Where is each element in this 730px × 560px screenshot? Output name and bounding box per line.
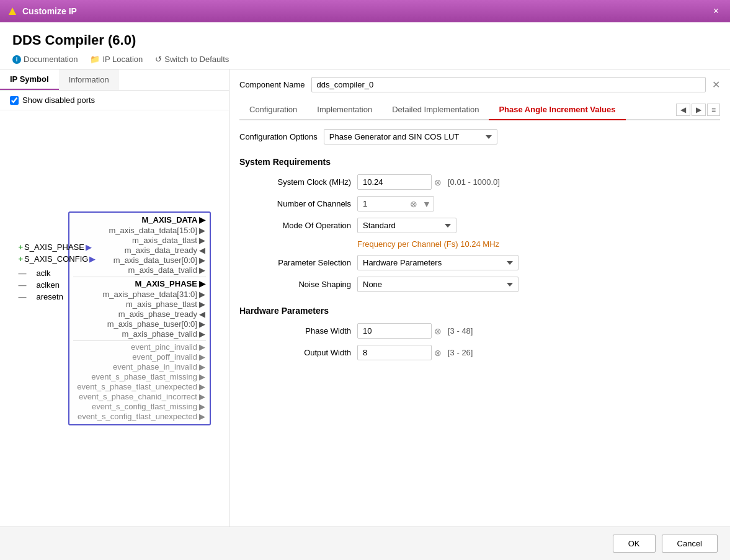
close-button[interactable]: × — [710, 4, 723, 18]
number-of-channels-row: Number of Channels 1 2 4 6 8 ⊗ ▼ — [239, 196, 720, 211]
number-of-channels-clear-button[interactable]: ⊗ — [407, 199, 420, 209]
component-name-input[interactable] — [311, 77, 706, 92]
info-icon: i — [12, 55, 21, 64]
tab-phase-angle[interactable]: Phase Angle Increment Values — [489, 100, 625, 120]
output-width-clear-button[interactable]: ⊗ — [434, 348, 442, 358]
arrow-s-axis-config: ▶ — [89, 254, 96, 264]
port-aclk: — aclk — [19, 269, 96, 278]
app-icon — [7, 6, 17, 16]
port-label-s-axis-config: S_AXIS_CONFIG — [24, 254, 88, 264]
port-aresetn: — aresetn — [19, 292, 96, 301]
system-clock-input[interactable] — [357, 174, 432, 190]
svg-marker-0 — [9, 7, 16, 15]
show-disabled-checkbox[interactable] — [10, 96, 19, 105]
component-name-clear-button[interactable]: ✕ — [712, 79, 720, 91]
ok-button[interactable]: OK — [613, 535, 656, 553]
port-event-s-config-tlast-unexpected: event_s_config_tlast_unexpected ▶ — [73, 412, 206, 421]
title-bar-title: Customize IP — [22, 6, 77, 16]
mode-of-operation-select[interactable]: Standard Rasterized Taylor Series Correc… — [357, 218, 456, 233]
config-options-label: Configuration Options — [239, 132, 318, 141]
output-width-label: Output Width — [239, 348, 351, 357]
arrow-s-axis-phase: ▶ — [86, 242, 92, 252]
documentation-label: Documentation — [24, 55, 78, 64]
show-disabled-row: Show disabled ports — [0, 91, 229, 110]
phase-width-clear-button[interactable]: ⊗ — [434, 326, 442, 336]
noise-shaping-label: Noise Shaping — [239, 280, 351, 289]
system-clock-row: System Clock (MHz) ⊗ [0.01 - 1000.0] — [239, 174, 720, 190]
port-event-s-phase-tlast-missing: event_s_phase_tlast_missing ▶ — [73, 372, 206, 381]
port-event-s-phase-chanid: event_s_phase_chanid_incorrect ▶ — [73, 392, 206, 401]
port-s-axis-config: + S_AXIS_CONFIG ▶ — [19, 254, 96, 264]
output-width-row: Output Width ⊗ [3 - 26] — [239, 345, 720, 360]
phase-width-input-wrap: ⊗ — [357, 323, 442, 339]
title-bar: Customize IP × — [0, 0, 730, 22]
output-width-input-wrap: ⊗ — [357, 345, 442, 360]
config-options-row: Configuration Options Phase Generator an… — [239, 129, 720, 144]
port-event-poff: event_poff_invalid ▶ — [73, 352, 206, 362]
phase-width-label: Phase Width — [239, 326, 351, 336]
freq-info: Frequency per Channel (Fs) 10.24 MHz — [357, 239, 720, 249]
port-s-axis-phase: + S_AXIS_PHASE ▶ — [19, 242, 96, 252]
app-header: DDS Compiler (6.0) i Documentation 📁 IP … — [0, 22, 730, 69]
dash-icon-aclk: — — [19, 269, 27, 278]
parameter-selection-label: Parameter Selection — [239, 258, 351, 267]
mode-of-operation-row: Mode Of Operation Standard Rasterized Ta… — [239, 218, 720, 233]
number-of-channels-wrap: 1 2 4 6 8 ⊗ ▼ — [357, 196, 434, 211]
tab-information[interactable]: Information — [59, 69, 119, 90]
number-of-channels-dropdown-button[interactable]: ▼ — [420, 199, 434, 209]
ip-location-label: IP Location — [102, 55, 143, 64]
tab-ip-symbol[interactable]: IP Symbol — [0, 69, 59, 90]
tab-detailed-implementation[interactable]: Detailed Implementation — [382, 100, 489, 119]
phase-width-row: Phase Width ⊗ [3 - 48] — [239, 323, 720, 339]
number-of-channels-label: Number of Channels — [239, 199, 351, 208]
left-panel: IP Symbol Information Show disabled port… — [0, 69, 229, 527]
switch-defaults-button[interactable]: ↺ Switch to Defaults — [155, 55, 229, 64]
parameter-selection-row: Parameter Selection Hardware Parameters … — [239, 255, 720, 270]
port-m-axis-phase-tready: m_axis_phase_tready ◀ — [73, 309, 206, 319]
documentation-button[interactable]: i Documentation — [12, 55, 78, 64]
number-of-channels-select[interactable]: 1 2 4 6 8 — [358, 197, 407, 211]
port-event-s-config-tlast-missing: event_s_config_tlast_missing ▶ — [73, 402, 206, 411]
tab-nav-right-button[interactable]: ▶ — [692, 104, 706, 116]
system-clock-clear-button[interactable]: ⊗ — [434, 177, 442, 187]
show-disabled-label: Show disabled ports — [22, 96, 95, 105]
plus-icon-s-axis-phase: + — [19, 242, 24, 252]
noise-shaping-select[interactable]: None Phase Dithering Taylor Series Corre… — [357, 277, 519, 292]
tab-nav-buttons: ◀ ▶ ≡ — [676, 104, 720, 116]
port-label-aresetn: aresetn — [37, 292, 63, 301]
component-name-row: Component Name ✕ — [239, 77, 720, 92]
output-width-range: [3 - 26] — [448, 348, 473, 357]
port-m-axis-phase-tvalid: m_axis_phase_tvalid ▶ — [73, 329, 206, 339]
port-label-s-axis-phase: S_AXIS_PHASE — [24, 242, 84, 252]
noise-shaping-row: Noise Shaping None Phase Dithering Taylo… — [239, 277, 720, 292]
tab-menu-button[interactable]: ≡ — [707, 104, 720, 116]
ip-location-button[interactable]: 📁 IP Location — [90, 55, 143, 64]
ip-diagram-wrapper: + S_AXIS_PHASE ▶ + S_AXIS_CONFIG ▶ — acl… — [19, 211, 211, 425]
port-aclken: — aclken — [19, 280, 96, 290]
plus-icon-s-axis-config: + — [19, 254, 24, 264]
system-clock-label: System Clock (MHz) — [239, 177, 351, 187]
tab-implementation[interactable]: Implementation — [307, 100, 382, 119]
port-event-phase-in-invalid: event_phase_in_invalid ▶ — [73, 362, 206, 371]
right-panel: Component Name ✕ Configuration Implement… — [229, 69, 730, 527]
system-requirements-title: System Requirements — [239, 157, 720, 167]
config-options-select[interactable]: Phase Generator and SIN COS LUT Phase Ge… — [324, 129, 497, 144]
page-title: DDS Compiler (6.0) — [12, 32, 718, 48]
bottom-bar: OK Cancel — [0, 527, 730, 560]
dash-icon-aresetn: — — [19, 292, 27, 301]
phase-width-input[interactable] — [357, 323, 432, 339]
hardware-parameters-title: Hardware Parameters — [239, 306, 720, 316]
output-width-input[interactable] — [357, 345, 432, 360]
system-clock-range: [0.01 - 1000.0] — [448, 177, 500, 187]
parameter-selection-select[interactable]: Hardware Parameters System Parameters — [357, 255, 519, 270]
tab-nav-left-button[interactable]: ◀ — [676, 104, 690, 116]
tab-configuration[interactable]: Configuration — [239, 100, 307, 119]
folder-icon: 📁 — [90, 55, 100, 64]
cancel-button[interactable]: Cancel — [662, 535, 718, 553]
left-tabs: IP Symbol Information — [0, 69, 229, 91]
config-tabs: Configuration Implementation Detailed Im… — [239, 100, 720, 120]
port-label-aclk: aclk — [37, 269, 51, 278]
port-event-pinc: event_pinc_invalid ▶ — [73, 342, 206, 352]
refresh-icon: ↺ — [155, 55, 162, 64]
phase-width-range: [3 - 48] — [448, 326, 473, 336]
